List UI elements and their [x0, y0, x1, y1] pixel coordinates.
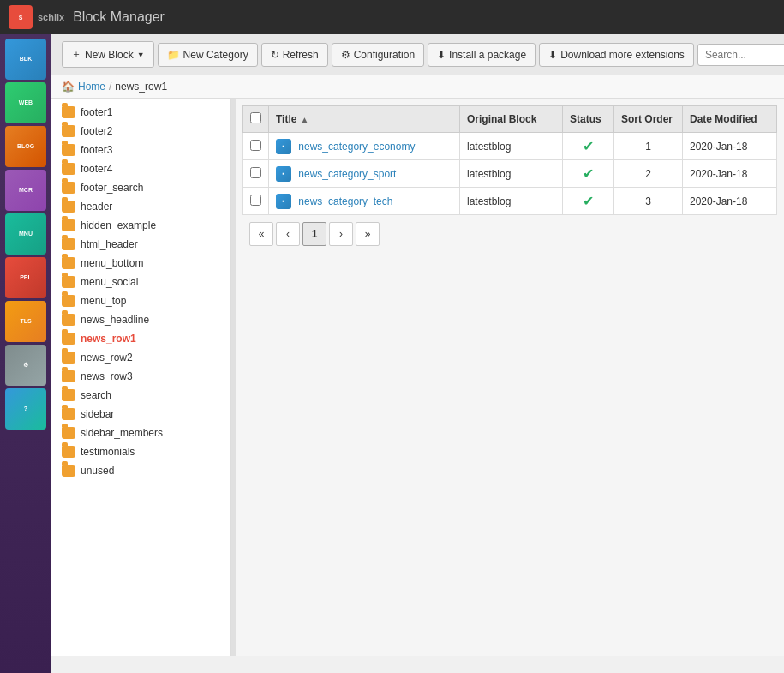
install-package-button[interactable]: ⬇ Install a package	[428, 43, 536, 67]
block-title-link[interactable]: news_category_sport	[298, 168, 396, 180]
status-ok-icon: ✔	[583, 166, 594, 181]
sidebar-item-label: footer_search	[81, 182, 143, 194]
configuration-button[interactable]: ⚙ Configuration	[332, 43, 424, 67]
pagination-last-button[interactable]: »	[356, 222, 380, 246]
status-ok-icon: ✔	[583, 194, 594, 208]
sidebar-icon-people[interactable]: PPL	[5, 257, 46, 298]
sidebar-item-label: header	[81, 201, 112, 213]
sidebar-item-menu_bottom[interactable]: menu_bottom	[51, 254, 230, 273]
pagination-prev-button[interactable]: ‹	[276, 222, 300, 246]
table-row: news_category_sport latestblog ✔ 2 2020-…	[243, 160, 777, 188]
sidebar-icon-gear[interactable]: ⚙	[5, 345, 46, 386]
block-icon	[276, 139, 291, 154]
sidebar-icon-blocks[interactable]: BLK	[5, 39, 46, 80]
pagination-first-button[interactable]: «	[249, 222, 273, 246]
folder-icon	[62, 238, 75, 250]
sidebar-tree: footer1footer2footer3footer4footer_searc…	[51, 99, 231, 656]
pagination: « ‹ 1 › »	[242, 215, 777, 253]
pagination-next-button[interactable]: ›	[329, 222, 353, 246]
sidebar-item-footer4[interactable]: footer4	[51, 159, 230, 178]
sidebar-item-label: sidebar	[81, 408, 114, 420]
sidebar-item-menu_social[interactable]: menu_social	[51, 273, 230, 291]
sidebar-item-footer3[interactable]: footer3	[51, 141, 230, 159]
folder-icon	[62, 427, 75, 439]
sidebar-icon-tools[interactable]: TLS	[5, 301, 46, 342]
breadcrumb-separator: /	[109, 81, 111, 93]
sidebar-icon-help[interactable]: ?	[5, 388, 46, 430]
breadcrumb-home-link[interactable]: Home	[78, 81, 105, 93]
table-header-title[interactable]: Title ▲	[269, 106, 460, 133]
sidebar-item-header[interactable]: header	[51, 197, 230, 216]
search-input[interactable]	[697, 44, 784, 66]
select-all-checkbox[interactable]	[250, 112, 261, 123]
sidebar-icon-menu[interactable]: MNU	[5, 213, 46, 255]
toolbar: ＋ New Block ▼ 📁 New Category ↻ Refresh ⚙…	[51, 34, 784, 75]
sidebar-item-news_row2[interactable]: news_row2	[51, 348, 230, 367]
sort-arrow-icon: ▲	[300, 115, 308, 124]
new-category-button[interactable]: 📁 New Category	[158, 43, 258, 67]
row-sort-order-cell: 3	[614, 188, 683, 215]
sidebar-item-unused[interactable]: unused	[51, 461, 230, 480]
sidebar-icon-web[interactable]: WEB	[5, 82, 46, 123]
folder-icon	[62, 125, 75, 137]
block-title-link[interactable]: news_category_economy	[298, 141, 415, 153]
row-date-cell: 2020-Jan-18	[683, 188, 777, 215]
sidebar-item-label: html_header	[81, 238, 138, 250]
sidebar-item-hidden_example[interactable]: hidden_example	[51, 216, 230, 235]
new-block-button[interactable]: ＋ New Block ▼	[62, 41, 154, 68]
row-status-cell: ✔	[563, 160, 614, 188]
pagination-current-page[interactable]: 1	[302, 222, 326, 246]
left-icon-sidebar: BLK WEB BLOG MCR MNU PPL TLS ⚙ ?	[0, 34, 51, 673]
block-title-link[interactable]: news_category_tech	[298, 195, 392, 207]
folder-icon	[62, 370, 75, 382]
folder-icon	[62, 389, 75, 401]
app-logo[interactable]: S schlix	[9, 5, 64, 29]
sidebar-item-label: menu_social	[81, 276, 138, 288]
config-icon: ⚙	[341, 49, 350, 61]
download-extensions-button[interactable]: ⬇ Download more extensions	[539, 43, 694, 67]
download-icon: ⬇	[548, 49, 557, 61]
sidebar-item-search[interactable]: search	[51, 386, 230, 405]
block-icon	[276, 166, 291, 182]
row-checkbox-cell	[243, 188, 269, 215]
sidebar-item-label: news_row3	[81, 370, 133, 382]
table-header-status: Status	[563, 106, 614, 133]
sidebar-item-menu_top[interactable]: menu_top	[51, 291, 230, 310]
sidebar-item-label: testimonials	[81, 446, 135, 458]
sidebar-item-label: news_headline	[81, 314, 149, 326]
refresh-icon: ↻	[271, 49, 279, 61]
folder-icon	[62, 465, 75, 477]
sidebar-item-label: unused	[81, 465, 114, 477]
refresh-button[interactable]: ↻ Refresh	[261, 43, 328, 67]
sidebar-item-news_row3[interactable]: news_row3	[51, 367, 230, 386]
row-checkbox[interactable]	[250, 195, 261, 206]
folder-icon	[62, 352, 75, 364]
table-header-sort-order: Sort Order	[614, 106, 683, 133]
row-title-cell: news_category_sport	[269, 160, 460, 188]
sidebar-item-sidebar_members[interactable]: sidebar_members	[51, 424, 230, 442]
sidebar-icon-macro[interactable]: MCR	[5, 170, 46, 211]
sidebar-item-news_headline[interactable]: news_headline	[51, 310, 230, 329]
folder-icon	[62, 333, 75, 345]
sidebar-item-footer_search[interactable]: footer_search	[51, 178, 230, 197]
sidebar-item-sidebar[interactable]: sidebar	[51, 405, 230, 424]
sidebar-item-footer2[interactable]: footer2	[51, 122, 230, 141]
main-wrapper: ＋ New Block ▼ 📁 New Category ↻ Refresh ⚙…	[51, 34, 784, 673]
content-area: footer1footer2footer3footer4footer_searc…	[51, 99, 784, 656]
sidebar-item-testimonials[interactable]: testimonials	[51, 442, 230, 461]
folder-icon	[62, 446, 75, 458]
row-title-cell: news_category_tech	[269, 188, 460, 215]
row-original-block-cell: latestblog	[460, 188, 563, 215]
folder-icon	[62, 144, 75, 156]
row-checkbox[interactable]	[250, 167, 261, 178]
top-bar: S schlix Block Manager	[0, 0, 784, 34]
sidebar-item-label: footer2	[81, 125, 112, 137]
sidebar-item-footer1[interactable]: footer1	[51, 103, 230, 122]
row-status-cell: ✔	[563, 133, 614, 160]
new-category-icon: 📁	[167, 49, 180, 61]
sidebar-item-news_row1[interactable]: news_row1	[51, 329, 230, 348]
sidebar-item-html_header[interactable]: html_header	[51, 235, 230, 254]
sidebar-icon-blog[interactable]: BLOG	[5, 126, 46, 167]
row-checkbox[interactable]	[250, 140, 261, 151]
sidebar-item-label: hidden_example	[81, 219, 156, 231]
